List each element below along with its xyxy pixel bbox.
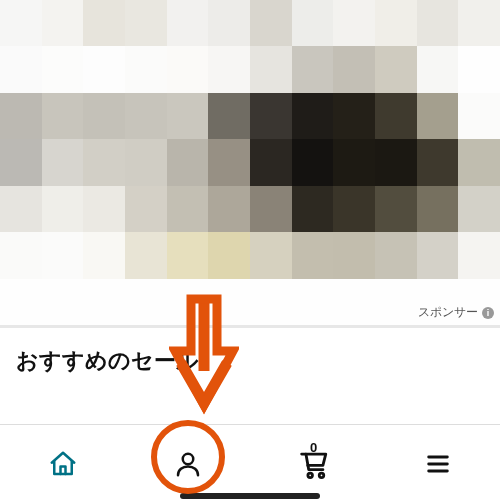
nav-menu[interactable]	[375, 425, 500, 502]
nav-home[interactable]	[0, 425, 125, 502]
svg-point-2	[319, 473, 324, 478]
sponsored-label-text: スポンサー	[418, 304, 478, 321]
home-indicator[interactable]	[180, 493, 320, 499]
hamburger-icon	[424, 450, 452, 478]
promo-banner-image	[0, 0, 500, 325]
promo-banner: スポンサー i	[0, 0, 500, 325]
svg-point-0	[182, 453, 193, 464]
nav-cart[interactable]: 0	[250, 425, 375, 502]
svg-point-1	[307, 473, 312, 478]
cart-count-badge: 0	[310, 440, 317, 455]
section-title-text: おすすめのセール	[16, 348, 199, 373]
bottom-nav: 0	[0, 424, 500, 502]
section-title: おすすめのセール	[0, 328, 500, 386]
home-icon	[48, 449, 78, 479]
sponsored-label[interactable]: スポンサー i	[418, 304, 494, 321]
user-icon	[173, 449, 203, 479]
info-icon: i	[482, 307, 494, 319]
nav-account[interactable]	[125, 425, 250, 502]
